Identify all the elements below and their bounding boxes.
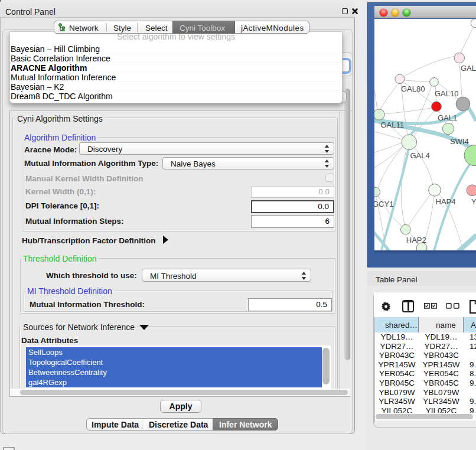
svg-text:SWI4: SWI4 [450,137,469,146]
svg-text:Y: Y [471,197,476,206]
svg-text:GAL80: GAL80 [401,84,425,93]
svg-text:GAL: GAL [461,64,476,73]
svg-text:GAL10: GAL10 [435,89,458,98]
svg-text:GCY1: GCY1 [374,200,393,208]
svg-text:GAL11: GAL11 [381,120,405,129]
svg-text:HAP4: HAP4 [436,197,456,206]
svg-text:GAL4: GAL4 [410,151,430,160]
svg-text:HAP2: HAP2 [406,236,426,244]
svg-text:GAL1: GAL1 [438,113,457,122]
